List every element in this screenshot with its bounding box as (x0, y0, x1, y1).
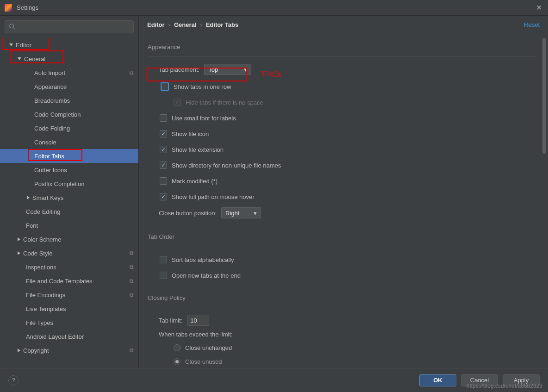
tree-item-file-types[interactable]: File Types (0, 316, 138, 330)
tree-item-breadcrumbs[interactable]: Breadcrumbs (0, 93, 138, 107)
tree-item-console[interactable]: Console (0, 135, 138, 149)
search-field[interactable] (18, 24, 130, 31)
tab-limit-input[interactable] (187, 315, 209, 326)
tree-item-smart-keys[interactable]: Smart Keys (0, 191, 138, 205)
checkbox-show-file-extension[interactable] (160, 146, 167, 153)
chevron-right-icon (18, 237, 20, 241)
tree-label: Console (34, 139, 134, 146)
tree-item-general[interactable]: General (0, 52, 138, 66)
copy-icon: ⧉ (130, 250, 134, 256)
tab-placement-value: Top (208, 66, 218, 73)
tree-item-editor-tabs[interactable]: Editor Tabs (0, 149, 138, 163)
label-hide-tabs-no-space: Hide tabs if there is no space (186, 99, 263, 106)
checkbox-use-small-font[interactable] (160, 114, 167, 122)
tree-item-code-folding[interactable]: Code Folding (0, 121, 138, 135)
checkbox-show-full-path-hover[interactable] (160, 193, 167, 200)
search-input[interactable] (5, 20, 134, 33)
button-bar: ? OK Cancel Apply (0, 368, 548, 392)
checkbox-show-dir-nonunique[interactable] (160, 162, 167, 169)
tree-item-auto-import[interactable]: Auto Import ⧉ (0, 66, 138, 80)
checkbox-sort-alpha[interactable] (160, 256, 167, 263)
close-button-position-label: Close button position: (159, 210, 217, 217)
tree-item-inspections[interactable]: Inspections ⧉ (0, 260, 138, 274)
tree-label: Breadcrumbs (34, 97, 134, 104)
label-show-tabs-one-row: Show tabs in one row (174, 83, 231, 90)
checkbox-show-tabs-one-row[interactable] (161, 82, 169, 91)
tree-item-code-style[interactable]: Code Style ⧉ (0, 246, 138, 260)
tree-label: Auto Import (34, 69, 130, 76)
tree-item-code-completion[interactable]: Code Completion (0, 107, 138, 121)
radio-close-unused[interactable] (174, 358, 181, 365)
tree-label: File and Code Templates (26, 278, 130, 285)
radio-close-unchanged[interactable] (174, 344, 181, 351)
tree-item-live-templates[interactable]: Live Templates (0, 302, 138, 316)
copy-icon: ⧉ (130, 264, 134, 270)
watermark-text: https://blog.csdn.net/a85b2323 (467, 383, 542, 389)
label-show-file-icon: Show file icon (172, 131, 209, 137)
tree-label: Editor Tabs (34, 153, 134, 160)
search-icon (9, 23, 15, 31)
breadcrumb-separator: › (200, 21, 202, 28)
help-button[interactable]: ? (8, 375, 19, 386)
tree-label: Android Layout Editor (26, 333, 134, 340)
chevron-right-icon (18, 251, 20, 255)
chevron-down-icon: ▾ (244, 66, 247, 73)
tree-item-color-scheme[interactable]: Color Scheme (0, 232, 138, 246)
tree-item-file-encodings[interactable]: File Encodings ⧉ (0, 288, 138, 302)
tree-item-file-and-code-templates[interactable]: File and Code Templates ⧉ (0, 274, 138, 288)
label-mark-modified: Mark modified (*) (172, 178, 218, 185)
tree-item-appearance[interactable]: Appearance (0, 80, 138, 93)
breadcrumb-general[interactable]: General (174, 21, 196, 28)
tree-label: General (24, 56, 134, 62)
svg-line-1 (13, 27, 15, 29)
tree-label: Inspections (26, 264, 130, 271)
breadcrumb-separator: › (168, 21, 170, 28)
close-button-position-select[interactable]: Right ▾ (221, 207, 261, 218)
tree-label: Color Scheme (23, 236, 134, 243)
section-tab-order: Tab Order (148, 233, 537, 240)
tree-item-editor[interactable]: Editor (0, 38, 138, 52)
content-panel: Editor › General › Editor Tabs Reset App… (139, 16, 548, 368)
tree-label: File Types (26, 319, 134, 326)
tree-item-android-layout-editor[interactable]: Android Layout Editor (0, 330, 138, 343)
tree-label: Editor (16, 42, 134, 49)
tree-label: Appearance (34, 83, 134, 90)
tree-label: Live Templates (26, 305, 134, 312)
label-open-new-end: Open new tabs at the end (172, 272, 241, 279)
tree-label: Gutter Icons (34, 167, 134, 174)
tree-label: File Encodings (26, 292, 130, 299)
window-title: Settings (17, 4, 38, 11)
tree-item-gutter-icons[interactable]: Gutter Icons (0, 163, 138, 177)
checkbox-mark-modified[interactable] (160, 177, 167, 185)
breadcrumb-editor[interactable]: Editor (147, 21, 165, 28)
section-appearance: Appearance (148, 44, 537, 50)
copy-icon: ⧉ (130, 278, 134, 284)
tree-label: Smart Keys (32, 194, 134, 201)
checkbox-show-file-icon[interactable] (160, 130, 167, 137)
tree-label: Postfix Completion (34, 180, 134, 187)
tab-placement-select[interactable]: Top ▾ (204, 64, 251, 75)
tree-item-copyright[interactable]: Copyright ⧉ (0, 343, 138, 357)
copy-icon: ⧉ (130, 69, 134, 76)
chevron-down-icon (9, 44, 13, 46)
tree-label: Copyright (23, 347, 130, 354)
titlebar: Settings ✕ (0, 0, 548, 16)
label-show-full-path-hover: Show full path on mouse hover (172, 193, 255, 200)
label-show-dir-nonunique: Show directory for non-unique file names (172, 162, 281, 169)
label-sort-alpha: Sort tabs alphabetically (172, 256, 234, 263)
settings-scroll: Appearance Tab placement: Top ▾ 不勾选 Show… (139, 34, 548, 368)
copy-icon: ⧉ (130, 292, 134, 298)
tree-item-font[interactable]: Font (0, 218, 138, 232)
divider (148, 56, 537, 56)
close-button-position-value: Right (225, 210, 239, 217)
ok-button[interactable]: OK (419, 374, 456, 386)
copy-icon: ⧉ (130, 347, 134, 354)
tree-item-postfix-completion[interactable]: Postfix Completion (0, 177, 138, 191)
section-closing-policy: Closing Policy (148, 294, 537, 301)
checkbox-open-new-end[interactable] (160, 272, 167, 279)
close-icon[interactable]: ✕ (534, 3, 543, 12)
reset-link[interactable]: Reset (524, 21, 540, 28)
vertical-scrollbar[interactable] (542, 38, 546, 364)
tree-item-code-editing[interactable]: Code Editing (0, 205, 138, 218)
settings-tree: Editor General Auto Import ⧉ Appearance … (0, 38, 138, 368)
